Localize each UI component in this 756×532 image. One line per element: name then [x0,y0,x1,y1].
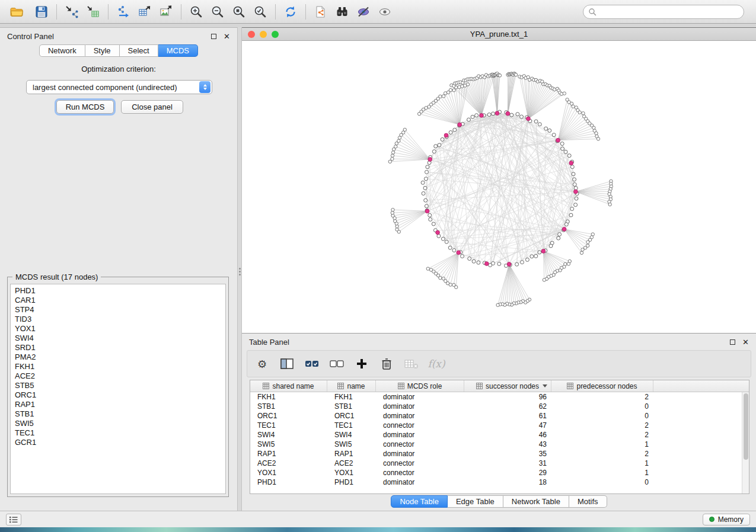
graph-node[interactable] [448,246,452,249]
maximize-window-button[interactable] [272,31,279,38]
tab-node-table[interactable]: Node Table [391,495,448,508]
tab-motifs[interactable]: Motifs [569,495,607,508]
graph-node[interactable] [425,204,428,208]
graph-node[interactable] [426,165,429,169]
tab-edge-table[interactable]: Edge Table [448,495,503,508]
graph-leaf-node[interactable] [582,112,585,115]
graph-leaf-node[interactable] [391,211,394,214]
graph-node[interactable] [573,178,576,181]
table-row[interactable]: RAP1RAP1dominator352 [250,449,742,459]
open-file-button[interactable] [6,2,27,22]
graph-dominator-node[interactable] [556,138,560,142]
graph-dominator-node[interactable] [425,209,429,213]
graph-dominator-node[interactable] [457,251,461,255]
panel-splitter[interactable] [237,27,242,511]
mcds-result-item[interactable]: TID3 [11,315,225,324]
run-mcds-button[interactable]: Run MCDS [56,100,114,114]
graph-node[interactable] [567,154,571,158]
minimize-window-button[interactable] [260,31,267,38]
column-header-predecessor-nodes[interactable]: predecessor nodes [551,380,653,392]
graph-node[interactable] [472,259,476,263]
zoom-out-button[interactable] [207,2,228,22]
graph-dominator-node[interactable] [541,249,546,254]
tab-network[interactable]: Network [39,44,85,57]
graph-node[interactable] [570,165,574,169]
column-header-shared-name[interactable]: shared name [250,380,327,392]
graph-leaf-node[interactable] [608,203,611,206]
import-network-button[interactable] [61,2,82,22]
document-share-button[interactable] [310,2,331,22]
graph-node[interactable] [428,213,432,217]
graph-leaf-node[interactable] [572,105,575,108]
network-graph[interactable] [242,41,755,334]
mcds-result-item[interactable]: ORC1 [11,390,225,400]
graph-leaf-node[interactable] [452,89,455,92]
graph-leaf-node[interactable] [439,95,442,98]
tab-select[interactable]: Select [120,44,158,57]
graph-leaf-node[interactable] [391,208,394,211]
graph-node[interactable] [475,114,479,117]
graph-node[interactable] [570,207,574,211]
graph-node[interactable] [538,123,541,126]
graph-leaf-node[interactable] [452,283,455,286]
graph-leaf-node[interactable] [567,262,570,265]
graph-node[interactable] [564,223,568,226]
graph-node[interactable] [558,233,562,236]
graph-node[interactable] [432,150,436,153]
graph-node[interactable] [461,255,464,258]
graph-node[interactable] [549,244,553,248]
zoom-fit-button[interactable] [228,2,250,22]
graph-node[interactable] [569,213,573,217]
graph-node[interactable] [548,129,551,132]
save-session-button[interactable] [31,2,52,22]
graph-node[interactable] [429,217,432,221]
graph-node[interactable] [575,197,578,200]
table-row[interactable]: SWI5SWI5connector431 [250,440,742,449]
close-table-panel-icon[interactable]: ✕ [742,338,749,346]
graph-node[interactable] [560,142,564,146]
show-graphics-details-button[interactable] [374,2,395,22]
graph-leaf-node[interactable] [449,88,452,91]
graph-node[interactable] [441,237,445,241]
graph-leaf-node[interactable] [391,158,394,161]
graph-node[interactable] [467,118,471,121]
graph-dominator-node[interactable] [574,190,578,194]
graph-node[interactable] [438,143,441,147]
graph-node[interactable] [424,177,428,181]
graph-node[interactable] [557,236,560,240]
mcds-result-item[interactable]: STB5 [11,381,225,390]
graph-leaf-node[interactable] [595,132,598,134]
node-layer[interactable] [388,72,613,306]
close-panel-icon[interactable]: ✕ [224,33,230,40]
graph-leaf-node[interactable] [498,74,501,77]
graph-leaf-node[interactable] [391,154,394,157]
graph-leaf-node[interactable] [586,241,589,243]
graph-node[interactable] [452,249,456,252]
graph-dominator-node[interactable] [458,123,462,127]
mcds-result-item[interactable]: STB1 [11,409,225,419]
graph-leaf-node[interactable] [429,268,432,271]
graph-leaf-node[interactable] [442,95,445,98]
graph-dominator-node[interactable] [444,133,448,137]
graph-leaf-node[interactable] [397,139,400,142]
graph-node[interactable] [487,113,491,117]
graph-leaf-node[interactable] [426,267,429,270]
graph-node[interactable] [534,254,538,258]
mcds-result-item[interactable]: SWI4 [11,334,225,343]
mcds-result-item[interactable]: SWI5 [11,419,225,428]
search-input[interactable] [599,8,739,16]
mcds-result-item[interactable]: TEC1 [11,428,225,438]
table-row[interactable]: ORC1ORC1dominator610 [250,411,742,421]
graph-node[interactable] [515,262,519,266]
table-scrollbar[interactable] [742,392,749,493]
tab-style[interactable]: Style [85,44,120,57]
export-network-button[interactable] [113,2,134,22]
show-columns-button[interactable] [279,356,295,371]
memory-button[interactable]: Memory [703,514,750,525]
graph-dominator-node[interactable] [495,111,499,116]
graph-leaf-node[interactable] [403,128,406,131]
graph-leaf-node[interactable] [391,151,394,154]
import-table-button[interactable] [82,2,104,22]
graph-node[interactable] [574,187,578,190]
close-window-button[interactable] [248,31,255,38]
